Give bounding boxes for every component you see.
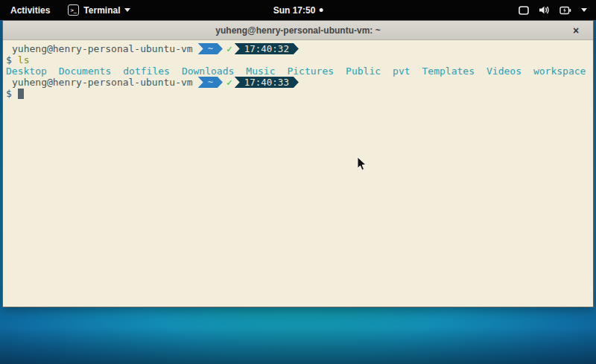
- check-icon: ✓: [226, 77, 232, 88]
- clock-label: Sun 17:50: [273, 5, 316, 16]
- powerline-time-segment: 17:40:33: [235, 77, 299, 88]
- powerline-path-segment: ~: [198, 77, 223, 88]
- dir-entry: Public: [346, 66, 381, 77]
- app-menu-label: Terminal: [83, 5, 120, 16]
- dir-entry: dotfiles: [123, 66, 170, 77]
- prompt-dollar: $: [6, 88, 12, 99]
- powerline-path-segment: ~: [198, 43, 223, 54]
- prompt-dollar: $: [6, 54, 12, 66]
- terminal-block-cursor: [18, 89, 24, 99]
- battery-charging-icon: [559, 6, 571, 15]
- mouse-pointer-icon: [357, 156, 368, 172]
- dir-entry: Videos: [486, 66, 522, 77]
- clock-button[interactable]: Sun 17:50: [273, 0, 323, 20]
- close-button[interactable]: ×: [568, 21, 584, 39]
- terminal-window: yuheng@henry-personal-ubuntu-vm: ~ × yuh…: [2, 20, 594, 307]
- system-menu-caret-icon: [581, 8, 587, 12]
- powerline-time-segment: 17:40:32: [235, 43, 299, 54]
- prompt-line-1: yuheng@henry-personal-ubuntu-vm ~ ✓ 17:4…: [6, 43, 590, 54]
- terminal-app-icon: >_: [68, 4, 79, 16]
- system-status-area[interactable]: [510, 0, 596, 20]
- notification-dot: [319, 8, 323, 12]
- prompt-username: yuheng@henry-personal-ubuntu-vm: [6, 77, 193, 88]
- dir-entry: pvt: [393, 66, 410, 77]
- display-icon: [519, 6, 529, 15]
- command-line-2: $: [6, 88, 590, 99]
- ls-output-line: Desktop Documents dotfiles Downloads Mus…: [6, 66, 590, 77]
- window-title: yuheng@henry-personal-ubuntu-vm: ~: [215, 25, 380, 36]
- typed-command: ls: [18, 54, 30, 66]
- volume-icon: [539, 5, 550, 15]
- dir-entry: Downloads: [182, 66, 234, 77]
- activities-button[interactable]: Activities: [0, 0, 60, 20]
- prompt-username: yuheng@henry-personal-ubuntu-vm: [6, 43, 193, 54]
- window-titlebar[interactable]: yuheng@henry-personal-ubuntu-vm: ~ ×: [3, 21, 593, 40]
- dir-entry: Music: [246, 66, 275, 77]
- dir-entry: Templates: [422, 66, 475, 77]
- dir-entry: Desktop: [6, 66, 47, 77]
- dir-entry: workspace: [533, 66, 586, 77]
- terminal-content[interactable]: yuheng@henry-personal-ubuntu-vm ~ ✓ 17:4…: [3, 40, 593, 307]
- chevron-down-icon: [124, 8, 130, 12]
- command-line-1: $ ls: [6, 54, 590, 66]
- dir-entry: Pictures: [287, 66, 334, 77]
- dir-entry: Documents: [59, 66, 111, 77]
- prompt-line-2: yuheng@henry-personal-ubuntu-vm ~ ✓ 17:4…: [6, 77, 590, 88]
- gnome-top-bar: Activities >_ Terminal Sun 17:50: [0, 0, 596, 20]
- app-menu-terminal[interactable]: >_ Terminal: [60, 0, 138, 20]
- check-icon: ✓: [226, 43, 232, 54]
